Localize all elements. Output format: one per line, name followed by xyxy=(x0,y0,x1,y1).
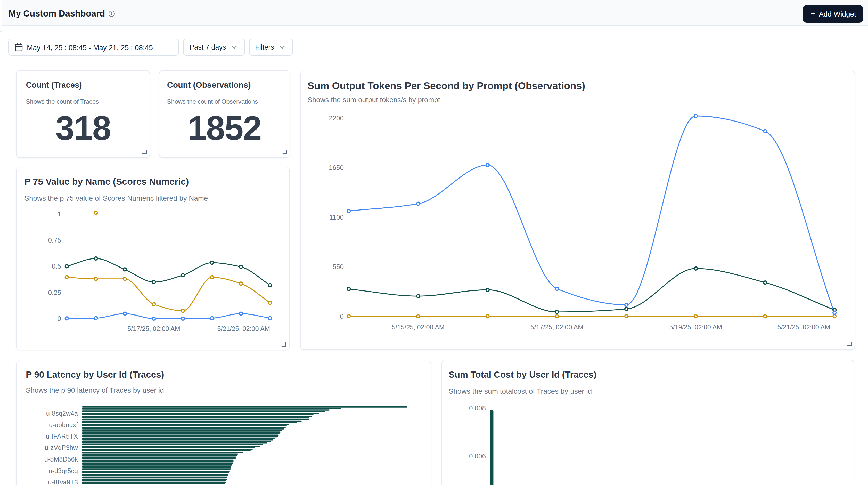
svg-text:1100: 1100 xyxy=(329,213,344,221)
svg-text:1650: 1650 xyxy=(329,164,344,172)
svg-text:0.006: 0.006 xyxy=(469,452,486,460)
svg-text:5/19/25, 02:00 AM: 5/19/25, 02:00 AM xyxy=(670,324,722,331)
svg-text:0.25: 0.25 xyxy=(48,289,61,296)
svg-text:0: 0 xyxy=(58,315,61,323)
svg-text:0.5: 0.5 xyxy=(52,262,61,270)
svg-text:0.75: 0.75 xyxy=(48,236,61,244)
svg-text:5/15/25, 02:00 AM: 5/15/25, 02:00 AM xyxy=(392,324,444,331)
svg-text:550: 550 xyxy=(333,263,344,271)
svg-text:u-8fVa9T3: u-8fVa9T3 xyxy=(48,479,78,485)
svg-text:5/17/25, 02:00 AM: 5/17/25, 02:00 AM xyxy=(531,324,583,331)
svg-text:u-tFAR5TX: u-tFAR5TX xyxy=(45,433,78,440)
svg-text:5/21/25, 02:00 AM: 5/21/25, 02:00 AM xyxy=(217,325,270,332)
svg-text:2200: 2200 xyxy=(329,114,344,122)
svg-text:0: 0 xyxy=(340,312,344,320)
svg-text:u-aobnuxf: u-aobnuxf xyxy=(49,421,78,428)
svg-text:u-zVqP3hw: u-zVqP3hw xyxy=(44,444,78,451)
svg-text:u-5M8D56k: u-5M8D56k xyxy=(44,456,78,463)
svg-text:0.008: 0.008 xyxy=(469,404,486,412)
svg-text:5/17/25, 02:00 AM: 5/17/25, 02:00 AM xyxy=(127,325,180,332)
svg-text:u-d3qr5cg: u-d3qr5cg xyxy=(49,467,78,475)
svg-text:u-8sq2w4a: u-8sq2w4a xyxy=(46,410,78,417)
svg-text:5/21/25, 02:00 AM: 5/21/25, 02:00 AM xyxy=(777,324,830,331)
svg-text:1: 1 xyxy=(58,210,61,218)
